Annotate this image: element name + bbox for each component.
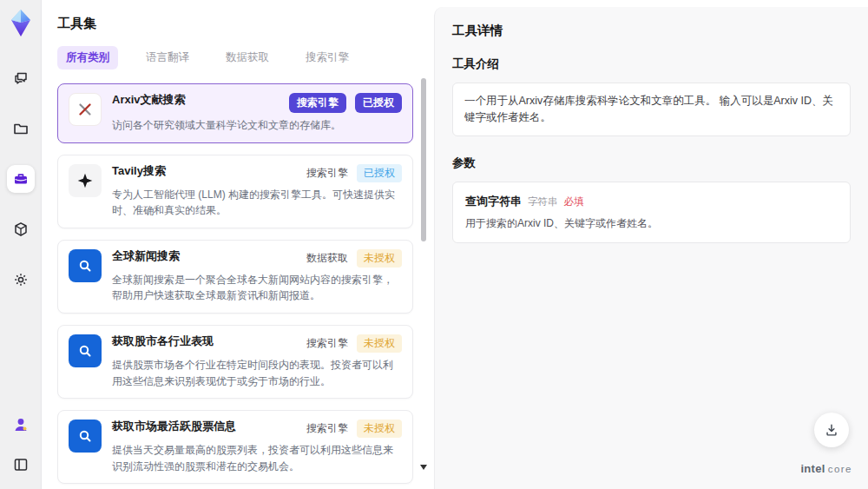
cube-icon[interactable] <box>7 215 35 243</box>
status-badge: 未授权 <box>357 334 402 353</box>
parameter-description: 用于搜索的Arxiv ID、关键字或作者姓名。 <box>465 216 838 231</box>
gear-icon[interactable] <box>7 266 35 294</box>
tool-description: 专为人工智能代理 (LLM) 构建的搜索引擎工具。可快速提供实时、准确和真实的结… <box>112 187 402 219</box>
app-window: 工具集 所有类别 语言翻译 数据获取 搜索引擎 Arxiv文献搜索 <box>0 0 868 489</box>
tool-name: 全球新闻搜索 <box>112 249 180 264</box>
category-label: 数据获取 <box>306 251 348 266</box>
intel-core-logo: intel core <box>800 462 852 475</box>
search-app-icon <box>69 249 102 282</box>
sparkle-icon <box>69 164 102 197</box>
intro-text: 一个用于从Arxiv存储库搜索科学论文和文章的工具。 输入可以是Arxiv ID… <box>452 83 851 136</box>
category-tabs: 所有类别 语言翻译 数据获取 搜索引擎 <box>57 46 434 69</box>
tool-detail-pane: 工具详情 工具介绍 一个用于从Arxiv存储库搜索科学论文和文章的工具。 输入可… <box>434 7 868 489</box>
sidebar <box>0 0 42 489</box>
avatar[interactable] <box>7 411 35 439</box>
core-logo-text: core <box>828 464 852 474</box>
tool-description: 提供股票市场各个行业在特定时间段内的表现。投资者可以利用这些信息来识别表现优于或… <box>112 357 402 389</box>
tool-name: Tavily搜索 <box>112 164 166 179</box>
parameter-card: 查询字符串 字符串 必填 用于搜索的Arxiv ID、关键字或作者姓名。 <box>452 182 851 243</box>
page-title: 工具集 <box>57 16 434 32</box>
chevron-down-icon[interactable] <box>420 465 427 470</box>
tool-description: 访问各个研究领域大量科学论文和文章的存储库。 <box>112 117 402 134</box>
parameter-name: 查询字符串 <box>465 194 522 209</box>
tool-name: 获取股市各行业表现 <box>112 334 214 349</box>
params-heading: 参数 <box>452 155 851 171</box>
category-label: 搜索引擎 <box>306 421 348 436</box>
tool-card-list: Arxiv文献搜索 搜索引擎 已授权 访问各个研究领域大量科学论文和文章的存储库… <box>57 83 434 489</box>
sidebar-item-tools[interactable] <box>7 165 35 193</box>
category-badge: 搜索引擎 <box>289 93 346 113</box>
intro-heading: 工具介绍 <box>452 56 851 72</box>
tab-all-categories[interactable]: 所有类别 <box>57 46 118 69</box>
required-label: 必填 <box>564 195 584 208</box>
download-button[interactable] <box>814 413 849 447</box>
scrollbar-thumb[interactable] <box>421 78 426 241</box>
chat-icon[interactable] <box>7 64 35 92</box>
tab-language-translation[interactable]: 语言翻译 <box>137 46 198 69</box>
tool-card-arxiv[interactable]: Arxiv文献搜索 搜索引擎 已授权 访问各个研究领域大量科学论文和文章的存储库… <box>57 83 413 143</box>
tool-name: Arxiv文献搜索 <box>112 93 186 108</box>
tool-card-stock-sectors[interactable]: 获取股市各行业表现 搜索引擎 未授权 提供股票市场各个行业在特定时间段内的表现。… <box>57 325 413 399</box>
tool-card-global-news[interactable]: 全球新闻搜索 数据获取 未授权 全球新闻搜索是一个聚合全球各大新闻网站内容的搜索… <box>57 240 413 314</box>
tab-search-engine[interactable]: 搜索引擎 <box>297 46 358 69</box>
detail-title: 工具详情 <box>452 23 851 39</box>
tool-description: 全球新闻搜索是一个聚合全球各大新闻网站内容的搜索引擎，帮助用户快速获取全球最新资… <box>112 272 402 304</box>
sidebar-nav <box>7 64 35 294</box>
search-app-icon <box>69 334 102 367</box>
tab-data-fetch[interactable]: 数据获取 <box>217 46 278 69</box>
tool-card-tavily[interactable]: Tavily搜索 搜索引擎 已授权 专为人工智能代理 (LLM) 构建的搜索引擎… <box>57 155 413 228</box>
arxiv-logo-icon <box>69 93 102 126</box>
status-badge: 未授权 <box>357 420 402 438</box>
status-badge: 已授权 <box>357 164 402 182</box>
status-badge: 已授权 <box>355 93 402 113</box>
intel-logo-text: intel <box>800 462 825 475</box>
category-label: 搜索引擎 <box>306 336 348 351</box>
scrollbar-track[interactable] <box>421 63 426 462</box>
collapse-panel-icon[interactable] <box>7 451 35 479</box>
folder-icon[interactable] <box>7 115 35 142</box>
search-app-icon <box>69 420 102 453</box>
tool-description: 提供当天交易量最高的股票列表，投资者可以利用这些信息来识别流动性强的股票和潜在的… <box>112 442 402 474</box>
parameter-type: 字符串 <box>528 195 558 208</box>
tool-card-active-stocks[interactable]: 获取市场最活跃股票信息 搜索引擎 未授权 提供当天交易量最高的股票列表，投资者可… <box>57 410 413 484</box>
sidebar-bottom <box>7 411 35 479</box>
category-label: 搜索引擎 <box>306 166 348 181</box>
status-badge: 未授权 <box>357 249 402 268</box>
tool-name: 获取市场最活跃股票信息 <box>112 420 236 434</box>
tool-list-pane: 工具集 所有类别 语言翻译 数据获取 搜索引擎 Arxiv文献搜索 <box>42 0 434 489</box>
app-logo-icon[interactable] <box>8 9 34 38</box>
